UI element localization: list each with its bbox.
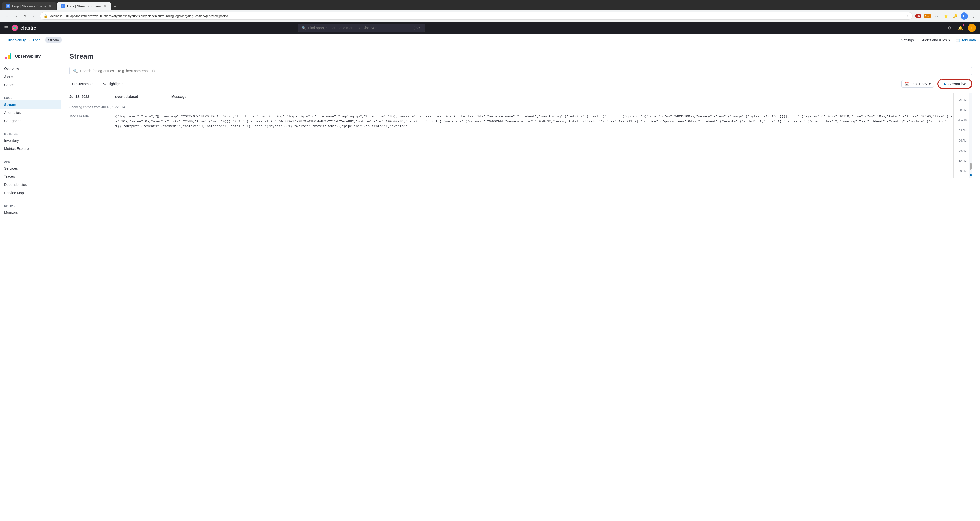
scrollbar-track[interactable]	[969, 92, 972, 178]
tab-title-1: Logs | Stream - Kibana	[12, 4, 46, 8]
log-search-input[interactable]	[80, 69, 968, 73]
elastic-logo-text: elastic	[21, 25, 36, 31]
play-icon: ▶	[943, 82, 947, 86]
search-shortcut: ⌥/	[414, 25, 422, 30]
extension-icon-ud[interactable]: uD	[915, 13, 922, 20]
timeline-label-8: 03 PM	[959, 170, 969, 173]
browser-tab-1[interactable]: K Logs | Stream - Kibana ✕	[2, 2, 56, 10]
svg-rect-5	[8, 55, 10, 59]
sidebar-item-service-map[interactable]: Service Map	[0, 189, 61, 197]
tab-close-1[interactable]: ✕	[48, 4, 52, 8]
user-avatar[interactable]: E	[968, 24, 976, 32]
time-range-label: Last 1 day	[911, 82, 927, 86]
timeline-tick-6: 09 AM	[954, 146, 969, 156]
timeline-tick-1: 06 PM	[954, 95, 969, 105]
highlights-icon: 🏷	[102, 82, 106, 86]
log-main-content: Jul 18, 2022 event.dataset Message Showi…	[69, 92, 953, 178]
extension-icon-star[interactable]: ⭐	[942, 13, 950, 20]
address-bar[interactable]: 🔒 ☆	[40, 12, 913, 20]
back-button[interactable]: ←	[3, 13, 10, 20]
url-input[interactable]	[50, 14, 904, 18]
sidebar-header: Observability	[0, 50, 61, 65]
sidebar-nav-top: Overview Alerts Cases	[0, 65, 61, 89]
search-input[interactable]	[308, 26, 412, 30]
main-content: Stream 🔍 ⊙ Customize 🏷 Highlights 📅 Last…	[61, 46, 980, 521]
extension-icon-shield[interactable]: 🛡	[933, 13, 940, 20]
forward-button[interactable]: →	[12, 13, 19, 20]
table-header-dataset: event.dataset	[115, 92, 171, 101]
tab-close-2[interactable]: ✕	[103, 4, 107, 8]
log-search-bar[interactable]: 🔍	[69, 67, 972, 75]
timeline-label-5: 06 AM	[959, 139, 969, 142]
lock-icon: 🔒	[44, 14, 48, 18]
log-toolbar: ⊙ Customize 🏷 Highlights 📅 Last 1 day ▾ …	[69, 79, 972, 89]
timeline-label-4: 03 AM	[959, 129, 969, 132]
customize-button[interactable]: ⊙ Customize	[69, 80, 96, 88]
scrollbar-thumb-bottom[interactable]	[970, 174, 972, 177]
customize-label: Customize	[76, 82, 93, 86]
add-data-button[interactable]: 📊 Add data	[956, 38, 976, 42]
elastic-icon	[11, 24, 18, 31]
table-row[interactable]: 15:29:14.604 {"log.level":"info","@times…	[69, 111, 953, 132]
sidebar-divider-1	[0, 91, 61, 91]
extension-icon-profile[interactable]: E	[961, 13, 968, 20]
sidebar-item-overview[interactable]: Overview	[0, 65, 61, 73]
add-data-label: Add data	[962, 38, 976, 42]
sidebar-item-traces[interactable]: Traces	[0, 172, 61, 180]
settings-button[interactable]: Settings	[899, 37, 916, 44]
timeline-label-2: 09 PM	[959, 108, 969, 112]
search-icon: 🔍	[302, 26, 306, 30]
header-actions: ⚙ 🔔 E	[945, 24, 976, 32]
sidebar-item-inventory[interactable]: Inventory	[0, 136, 61, 145]
notification-icon[interactable]: 🔔	[956, 24, 965, 32]
sidebar-item-monitors[interactable]: Monitors	[0, 208, 61, 217]
svg-rect-6	[10, 53, 11, 59]
reload-button[interactable]: ↻	[21, 13, 29, 20]
breadcrumb-sep-1: ›	[29, 38, 30, 42]
home-button[interactable]: ⌂	[30, 13, 38, 20]
timeline-tick-7: 12 PM	[954, 156, 969, 166]
highlights-label: Highlights	[108, 82, 123, 86]
sidebar-item-categories[interactable]: Categories	[0, 117, 61, 125]
table-header-message: Message	[171, 92, 953, 101]
global-search[interactable]: 🔍 ⌥/	[298, 24, 425, 32]
highlights-button[interactable]: 🏷 Highlights	[100, 80, 126, 88]
sidebar-item-stream[interactable]: Stream	[0, 100, 61, 108]
hamburger-menu[interactable]: ☰	[4, 25, 8, 30]
extension-icon-key[interactable]: 🔑	[951, 13, 959, 20]
breadcrumb-stream: Stream	[45, 37, 62, 43]
more-options-button[interactable]: ⋮	[970, 13, 977, 20]
sidebar-item-cases[interactable]: Cases	[0, 81, 61, 89]
calendar-icon: 📅	[905, 82, 909, 86]
time-picker[interactable]: 📅 Last 1 day ▾	[902, 80, 934, 88]
sidebar-item-alerts[interactable]: Alerts	[0, 73, 61, 81]
settings-icon[interactable]: ⚙	[945, 24, 953, 32]
sidebar-item-anomalies[interactable]: Anomalies	[0, 108, 61, 117]
new-tab-button[interactable]: +	[111, 3, 119, 10]
timeline-tick-4: 03 AM	[954, 125, 969, 135]
sidebar-item-services[interactable]: Services	[0, 164, 61, 172]
sidebar-section-logs: Logs	[0, 93, 61, 100]
ud-badge: uD	[915, 14, 921, 18]
stream-live-button[interactable]: ▶ Stream live	[938, 79, 972, 89]
timeline-tick-5: 06 AM	[954, 135, 969, 146]
browser-chrome: K Logs | Stream - Kibana ✕ K Logs | Stre…	[0, 0, 980, 46]
observability-logo-icon	[4, 52, 12, 61]
kibana-header: ☰ elastic 🔍 ⌥/ ⚙ 🔔 E	[0, 22, 980, 34]
timeline-tick-3: Mon 18	[954, 115, 969, 125]
alerts-rules-button[interactable]: Alerts and rules ▾	[920, 37, 953, 44]
browser-tab-2[interactable]: K Logs | Stream - Kibana ✕	[57, 2, 111, 10]
kibana-logo: elastic	[11, 24, 36, 31]
scrollbar-thumb[interactable]	[970, 163, 972, 170]
sidebar-item-dependencies[interactable]: Dependencies	[0, 180, 61, 189]
log-table: Jul 18, 2022 event.dataset Message	[69, 92, 953, 101]
app-header-actions: Settings Alerts and rules ▾ 📊 Add data	[899, 37, 976, 44]
breadcrumb-logs[interactable]: Logs	[30, 37, 43, 43]
sidebar-nav-logs: Stream Anomalies Categories	[0, 100, 61, 125]
breadcrumb-observability[interactable]: Observability	[4, 37, 28, 43]
tab-favicon-2: K	[61, 4, 65, 8]
extension-icon-abp[interactable]: ABP	[924, 13, 931, 20]
sidebar-title: Observability	[15, 54, 41, 59]
settings-label: Settings	[901, 38, 914, 42]
sidebar-item-metrics-explorer[interactable]: Metrics Explorer	[0, 145, 61, 153]
